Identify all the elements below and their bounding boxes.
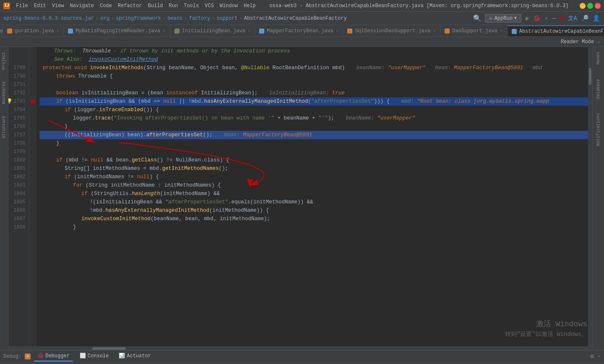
tab-close-mybatis[interactable]: × bbox=[163, 29, 166, 34]
tab-mybatis[interactable]: MyBatisPagingItemReader.java × bbox=[64, 26, 170, 36]
tab-initializingbean[interactable]: InitializingBean.java × bbox=[170, 26, 255, 36]
breakpoint-1793[interactable] bbox=[31, 99, 35, 104]
sidebar-notifications-label[interactable]: Notifications bbox=[594, 112, 602, 148]
menu-window[interactable]: Window bbox=[217, 2, 240, 10]
menu-code[interactable]: Code bbox=[97, 2, 115, 10]
debug-settings-icon[interactable]: ⚙ bbox=[590, 353, 594, 360]
code-line-1798: } bbox=[39, 139, 588, 148]
tab-close-guration[interactable]: × bbox=[57, 29, 60, 34]
code-line-1808: } bbox=[39, 223, 588, 231]
minimize-button[interactable]: − bbox=[580, 3, 586, 9]
nav-toolbar: 🔍 ▶ AppRun ▼ ▶ 🐞 ⚡ ⋯ ■ 文A 🔎 👤 bbox=[473, 14, 601, 23]
reader-mode-bar: Reader Mode ✓ bbox=[0, 37, 604, 47]
tab-dao[interactable]: DaoSupport.java × bbox=[440, 26, 508, 36]
menu-file[interactable]: File bbox=[13, 2, 31, 10]
menu-run[interactable]: Run bbox=[166, 2, 180, 10]
tab-close-sql[interactable]: × bbox=[433, 29, 436, 34]
reader-mode-label[interactable]: Reader Mode bbox=[561, 39, 594, 45]
line-num-1798: 1798 bbox=[12, 139, 26, 148]
debugger-icon: 🐞 bbox=[37, 353, 44, 359]
breadcrumb-class[interactable]: AbstractAutowireCapableBeanFactory bbox=[244, 16, 347, 21]
window-controls[interactable]: − □ × bbox=[580, 3, 601, 9]
tab-guration[interactable]: guration.java × bbox=[3, 26, 64, 36]
menu-navigate[interactable]: Navigate bbox=[67, 2, 96, 10]
menu-edit[interactable]: Edit bbox=[31, 2, 49, 10]
debug-tab-debugger[interactable]: 🐞 Debugger bbox=[34, 351, 73, 361]
line-num-1805: 1805 bbox=[12, 198, 26, 206]
close-button[interactable]: × bbox=[595, 3, 601, 9]
debug-tab-actuator[interactable]: 📊 Actuator bbox=[115, 351, 154, 361]
breadcrumb-support[interactable]: support bbox=[216, 16, 237, 21]
breadcrumb-springframework[interactable]: springframework bbox=[116, 16, 161, 21]
search-icon[interactable]: 🔍 bbox=[473, 14, 482, 23]
menu-view[interactable]: View bbox=[49, 2, 67, 10]
coverage-icon[interactable]: ⚡ bbox=[544, 14, 549, 23]
debug-minimize-icon[interactable]: − bbox=[597, 353, 601, 360]
line-num-1806: 1806 bbox=[12, 206, 26, 215]
menu-bar[interactable]: File Edit View Navigate Code Refactor Bu… bbox=[13, 2, 258, 10]
code-editor[interactable]: Throws: Throwable – if thrown by init me… bbox=[36, 47, 588, 346]
sidebar-bookmarks-label[interactable]: Bookmarks bbox=[0, 80, 8, 106]
tab-close-mapper[interactable]: × bbox=[336, 29, 339, 34]
code-text-1806: !mbd.hasAnyExternallyManagedInitMethod(i… bbox=[90, 206, 269, 215]
code-container: 1789 1790 1791 1792 💡1793 1794 1795 1796… bbox=[8, 47, 592, 346]
line-num-1791: 1791 bbox=[12, 81, 26, 89]
debug-header-controls: ⚙ − bbox=[590, 353, 601, 360]
tab-sql[interactable]: SqlSessionDaoSupport.java × bbox=[343, 26, 440, 36]
breadcrumb-beans[interactable]: beans bbox=[167, 16, 182, 21]
breadcrumb-factory[interactable]: factory bbox=[189, 16, 210, 21]
code-text-1798: } bbox=[56, 139, 60, 148]
debug-tab-console[interactable]: ⬜ Console bbox=[76, 351, 112, 361]
tab-abstract[interactable]: AbstractAutowireCapableBeanFactory.java … bbox=[508, 26, 604, 36]
code-line-1797: ((InitializingBean) bean).afterPropertie… bbox=[39, 131, 588, 139]
debug-icon[interactable]: 🐞 bbox=[532, 14, 541, 23]
code-line-1791 bbox=[39, 81, 588, 89]
sidebar-database-label[interactable]: Database bbox=[594, 77, 602, 101]
sidebar-maven-label[interactable]: Maven bbox=[594, 50, 602, 66]
title-bar: IJ File Edit View Navigate Code Refactor… bbox=[0, 0, 604, 12]
code-line-1789: protected void invokeInitMethods(String … bbox=[39, 64, 588, 72]
tab-close-dao[interactable]: × bbox=[500, 29, 503, 34]
stop-icon[interactable]: ■ bbox=[559, 14, 564, 23]
scroll-thumb[interactable] bbox=[589, 68, 591, 85]
line-num-1799: 1799 bbox=[12, 148, 26, 156]
menu-help[interactable]: Help bbox=[241, 2, 258, 10]
app-run-button[interactable]: ▶ AppRun ▼ bbox=[485, 14, 521, 23]
code-line-1793: if (isInitializingBean && (mbd == null |… bbox=[39, 97, 588, 106]
line-num-1808: 1808 bbox=[12, 223, 26, 231]
menu-vcs[interactable]: VCS bbox=[202, 2, 216, 10]
maximize-button[interactable]: □ bbox=[587, 3, 593, 9]
more-icon[interactable]: ⋯ bbox=[552, 14, 557, 23]
sidebar-structure-label[interactable]: Structure bbox=[0, 114, 8, 140]
tab-mapper[interactable]: MapperFactoryBean.java × bbox=[255, 26, 343, 36]
translate-icon[interactable]: 文A bbox=[567, 14, 578, 23]
search-icon2[interactable]: 🔎 bbox=[581, 14, 589, 23]
menu-tools[interactable]: Tools bbox=[181, 2, 201, 10]
horizontal-scrollbar[interactable] bbox=[8, 346, 592, 350]
tab-close-init[interactable]: × bbox=[248, 29, 251, 34]
menu-refactor[interactable]: Refactor bbox=[115, 2, 145, 10]
user-icon[interactable]: 👤 bbox=[592, 14, 601, 23]
gutter-mark-1798 bbox=[31, 141, 35, 146]
sidebar-project-label[interactable]: Project bbox=[0, 50, 8, 71]
code-text-1796: } bbox=[65, 122, 68, 131]
reader-mode-check: ✓ bbox=[597, 39, 601, 45]
h-scroll-thumb[interactable] bbox=[92, 347, 126, 350]
tab-icon-init bbox=[174, 29, 180, 34]
breadcrumb-jar[interactable]: spring-beans-6.0.3-sources.jar bbox=[3, 16, 94, 21]
gutter-mark-1794 bbox=[31, 108, 35, 112]
breadcrumb-org[interactable]: org bbox=[100, 16, 109, 21]
menu-build[interactable]: Build bbox=[145, 2, 165, 10]
line-numbers: 1789 1790 1791 1792 💡1793 1794 1795 1796… bbox=[8, 47, 29, 346]
code-text: Throws: Throwable – if thrown by init me… bbox=[48, 47, 290, 55]
windows-watermark: 激活 Windows 转到"设置"以激活 Windows。 bbox=[505, 319, 587, 339]
line-num-1800: 1800 bbox=[12, 156, 26, 164]
left-sidebar: Project Bookmarks Structure bbox=[0, 47, 8, 350]
editor-scrollbar[interactable] bbox=[588, 47, 592, 346]
tab-label-mybatis: MyBatisPagingItemReader.java bbox=[76, 28, 160, 34]
code-text-1795: logger.trace("Invoking afterPropertiesSe… bbox=[73, 114, 415, 122]
code-text: See Also: invokeCustomInitMethod bbox=[48, 55, 158, 64]
run-toolbar: ▶ 🐞 ⚡ ⋯ ■ 文A 🔎 👤 bbox=[525, 14, 601, 23]
left-sidebar-toggle[interactable]: ⊞ bbox=[0, 25, 3, 36]
run-green-icon[interactable]: ▶ bbox=[525, 14, 530, 23]
